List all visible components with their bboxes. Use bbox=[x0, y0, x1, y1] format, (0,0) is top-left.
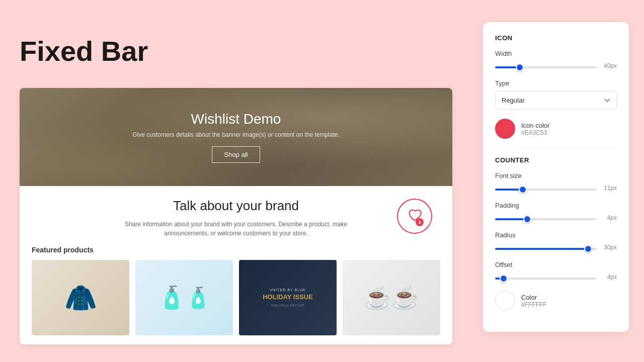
padding-label: Padding bbox=[495, 202, 617, 209]
width-label: Width bbox=[495, 50, 617, 57]
brand-title: Talk about your brand bbox=[40, 198, 432, 214]
page-title: Fixed Bar bbox=[20, 34, 148, 68]
counter-color-swatch[interactable] bbox=[495, 291, 515, 311]
padding-slider[interactable] bbox=[495, 218, 597, 220]
hero-banner: Wishlist Demo Give customers details abo… bbox=[20, 88, 452, 186]
mug-emoji: ☕ bbox=[364, 285, 391, 311]
book-brand: UNITED BY BLUE bbox=[263, 288, 313, 292]
products-row: 🧥 🧴 UNITED BY BLUE HOLIDAY ISSUE THE FIE… bbox=[20, 260, 452, 335]
icon-color-swatch[interactable] bbox=[495, 119, 515, 139]
radius-slider-container bbox=[495, 243, 597, 252]
brand-text: Share information about your brand with … bbox=[110, 220, 362, 238]
offset-label: Offset bbox=[495, 261, 617, 268]
offset-value: 4px bbox=[601, 274, 617, 281]
product-card-book[interactable]: UNITED BY BLUE HOLIDAY ISSUE THE FIELD R… bbox=[239, 260, 337, 335]
hero-title: Wishlist Demo bbox=[191, 111, 281, 127]
width-slider[interactable] bbox=[495, 66, 597, 68]
type-control: Type Regular Filled Outline bbox=[495, 79, 617, 110]
radius-value: 30px bbox=[601, 244, 617, 251]
font-size-slider-container bbox=[495, 184, 597, 193]
settings-panel: ICON Width 40px Type Regular Filled Outl… bbox=[483, 22, 629, 332]
skincare-emoji: 🧴 bbox=[158, 285, 186, 311]
offset-slider-container bbox=[495, 273, 597, 282]
padding-value: 4px bbox=[601, 214, 617, 221]
brand-section: Talk about your brand Share information … bbox=[20, 186, 452, 246]
counter-color-hex: #FFFFFF bbox=[521, 301, 547, 308]
book-subtitle: THE FIELD REPORT bbox=[263, 304, 313, 307]
book-info: UNITED BY BLUE HOLIDAY ISSUE THE FIELD R… bbox=[263, 288, 313, 307]
featured-label: Featured products bbox=[20, 246, 452, 260]
font-size-slider[interactable] bbox=[495, 189, 597, 191]
heart-icon: 3 bbox=[408, 208, 422, 224]
preview-area: Wishlist Demo Give customers details abo… bbox=[20, 88, 452, 344]
counter-section-title: COUNTER bbox=[495, 156, 617, 164]
font-size-value: 11px bbox=[601, 185, 617, 192]
sweater-emoji: 🧥 bbox=[64, 283, 97, 313]
width-value: 40px bbox=[601, 62, 617, 69]
icon-section-title: ICON bbox=[495, 34, 617, 42]
wishlist-icon-button[interactable]: 3 bbox=[397, 199, 432, 234]
width-slider-container bbox=[495, 61, 597, 70]
offset-slider[interactable] bbox=[495, 278, 597, 280]
hero-subtitle: Give customers details about the banner … bbox=[132, 131, 340, 138]
wishlist-counter-badge: 3 bbox=[416, 218, 424, 226]
radius-slider[interactable] bbox=[495, 248, 597, 250]
radius-label: Radius bbox=[495, 231, 617, 239]
icon-color-control: Icon color #EA3C53 bbox=[495, 119, 617, 139]
book-title: HOLIDAY ISSUE bbox=[263, 294, 313, 301]
icon-color-label: Icon color bbox=[521, 122, 549, 129]
section-divider bbox=[495, 148, 617, 148]
padding-slider-container bbox=[495, 213, 597, 222]
product-card-sweater[interactable]: 🧥 bbox=[32, 260, 129, 335]
counter-color-info: Color #FFFFFF bbox=[521, 294, 547, 308]
icon-color-info: Icon color #EA3C53 bbox=[521, 122, 549, 136]
offset-control: Offset 4px bbox=[495, 261, 617, 282]
counter-color-label: Color bbox=[521, 294, 547, 301]
font-size-label: Font size bbox=[495, 172, 617, 179]
width-control: Width 40px bbox=[495, 50, 617, 70]
font-size-control: Font size 11px bbox=[495, 172, 617, 193]
product-card-mug[interactable]: ☕ bbox=[343, 260, 440, 335]
hero-shop-button[interactable]: Shop all bbox=[212, 146, 261, 163]
radius-control: Radius 30px bbox=[495, 231, 617, 252]
product-card-skincare[interactable]: 🧴 bbox=[135, 260, 233, 335]
counter-color-control: Color #FFFFFF bbox=[495, 291, 617, 311]
type-label: Type bbox=[495, 79, 617, 87]
padding-control: Padding 4px bbox=[495, 202, 617, 222]
type-select[interactable]: Regular Filled Outline bbox=[495, 91, 617, 110]
icon-color-hex: #EA3C53 bbox=[521, 129, 549, 136]
